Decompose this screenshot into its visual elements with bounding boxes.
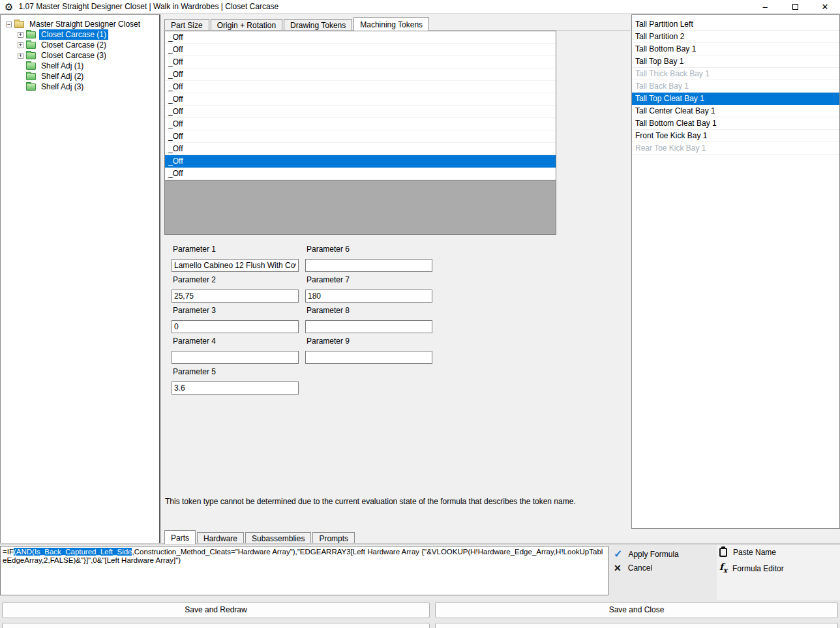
tree-item-root[interactable]: − Master Straight Designer Closet	[1, 19, 159, 29]
close-icon: ✕	[822, 2, 829, 12]
token-tab-strip: Part Size Origin + Rotation Drawing Toke…	[164, 17, 430, 31]
parameter-5-input[interactable]	[172, 381, 299, 395]
partial-button-right[interactable]	[435, 623, 838, 628]
parameter-9-label: Parameter 9	[307, 336, 350, 346]
tree-item-label: Closet Carcase (3)	[39, 50, 108, 61]
folder-icon	[26, 42, 36, 49]
token-row[interactable]: _Off	[165, 168, 556, 180]
formula-prefix: =IF	[3, 548, 14, 556]
bay-list-item-disabled[interactable]: Tall Thick Back Bay 1	[632, 68, 839, 80]
fx-icon: fx	[719, 562, 727, 575]
apply-formula-label: Apply Formula	[628, 550, 678, 559]
apply-formula-button[interactable]: ✓ Apply Formula	[614, 550, 679, 559]
window-controls: – ✕	[750, 0, 840, 13]
tab-machining-tokens[interactable]: Machining Tokens	[353, 17, 429, 31]
parameter-2-input[interactable]	[172, 290, 299, 303]
folder-icon	[26, 31, 36, 38]
tab-hardware[interactable]: Hardware	[197, 532, 244, 544]
maximize-icon	[792, 4, 798, 10]
bay-list-item[interactable]: Tall Center Cleat Bay 1	[632, 105, 839, 117]
parameter-7-input[interactable]	[305, 290, 432, 303]
token-row[interactable]: _Off	[165, 31, 556, 44]
folder-icon	[26, 63, 36, 70]
bay-list-item[interactable]: Tall Partition 2	[632, 31, 839, 43]
expand-icon[interactable]: +	[18, 32, 23, 38]
token-row[interactable]: _Off	[165, 44, 556, 56]
tree-item-shelf-adj-2[interactable]: Shelf Adj (2)	[1, 71, 159, 82]
tab-prompts[interactable]: Prompts	[312, 532, 355, 544]
bay-list-item-selected[interactable]: Tall Top Cleat Bay 1	[632, 93, 839, 105]
token-row-selected[interactable]: _Off	[165, 155, 556, 168]
bay-list-item-disabled[interactable]: Rear Toe Kick Bay 1	[632, 142, 839, 155]
parameter-3-input[interactable]	[172, 320, 299, 333]
parameter-5-label: Parameter 5	[173, 367, 216, 376]
tree-item-label: Shelf Adj (3)	[39, 82, 85, 92]
paste-name-button[interactable]: Paste Name	[719, 548, 776, 557]
assembly-tree-panel: − Master Straight Designer Closet + Clos…	[0, 14, 160, 545]
collapse-icon[interactable]: −	[6, 22, 12, 27]
parameter-2-label: Parameter 2	[173, 275, 216, 284]
bay-list-panel: Tall Partition Left Tall Partition 2 Tal…	[631, 14, 840, 529]
partial-button-left[interactable]	[2, 623, 430, 628]
bay-list-item[interactable]: Tall Bottom Bay 1	[632, 43, 839, 55]
maximize-button[interactable]	[780, 0, 810, 13]
formula-editor-button[interactable]: fx Formula Editor	[719, 562, 784, 575]
bay-list-item[interactable]: Tall Bottom Cleat Bay 1	[632, 117, 839, 130]
token-row[interactable]: _Off	[165, 81, 556, 93]
token-row[interactable]: _Off	[165, 143, 556, 155]
close-button[interactable]: ✕	[810, 0, 840, 13]
folder-icon	[26, 83, 36, 91]
bottom-tab-baseline	[0, 543, 840, 545]
paste-name-label: Paste Name	[733, 548, 776, 557]
token-row[interactable]: _Off	[165, 68, 556, 81]
tree-item-closet-carcase-2[interactable]: + Closet Carcase (2)	[1, 40, 159, 50]
cancel-button[interactable]: ✕ Cancel	[614, 563, 652, 573]
cancel-label: Cancel	[628, 563, 652, 573]
parameter-9-input[interactable]	[305, 351, 432, 364]
parameter-8-label: Parameter 8	[307, 306, 350, 315]
expand-icon[interactable]: +	[18, 42, 23, 48]
token-row[interactable]: _Off	[165, 118, 556, 130]
tab-parts[interactable]: Parts	[164, 530, 196, 544]
token-row[interactable]: _Off	[165, 56, 556, 68]
minimize-button[interactable]: –	[750, 0, 780, 13]
tab-part-size[interactable]: Part Size	[164, 19, 209, 31]
expand-icon[interactable]: +	[18, 53, 23, 59]
clipboard-icon	[719, 548, 727, 557]
parameter-6-label: Parameter 6	[307, 245, 350, 254]
x-icon: ✕	[614, 563, 622, 573]
tree-item-shelf-adj-3[interactable]: Shelf Adj (3)	[1, 82, 159, 92]
machining-token-list: _Off _Off _Off _Off _Off _Off _Off _Off …	[164, 31, 556, 235]
parameter-1-input[interactable]	[172, 259, 299, 272]
formula-input[interactable]: =IF(AND(Is_Back_Captured_Left_Side,Const…	[0, 546, 608, 595]
bay-list-item-disabled[interactable]: Tall Back Bay 1	[632, 80, 839, 93]
tab-drawing-tokens[interactable]: Drawing Tokens	[284, 19, 352, 31]
tree-item-shelf-adj-1[interactable]: Shelf Adj (1)	[1, 61, 159, 71]
app-gear-icon: ⚙	[5, 2, 13, 12]
tab-origin-rotation[interactable]: Origin + Rotation	[211, 19, 282, 31]
parameter-3-label: Parameter 3	[173, 306, 216, 315]
bay-list-item[interactable]: Tall Partition Left	[632, 18, 839, 31]
tab-subassemblies[interactable]: Subassemblies	[245, 532, 311, 544]
folder-icon	[26, 52, 36, 59]
parameter-1-label: Parameter 1	[173, 245, 216, 254]
token-row[interactable]: _Off	[165, 93, 556, 106]
tree-item-closet-carcase-3[interactable]: + Closet Carcase (3)	[1, 50, 159, 61]
tree-item-label: Shelf Adj (1)	[39, 61, 85, 71]
title-bar: ⚙ 1.07 Master Straight Designer Closet |…	[0, 0, 840, 14]
tree-root-label: Master Straight Designer Closet	[27, 19, 142, 29]
tree-item-label: Closet Carcase (1)	[39, 29, 108, 40]
token-row[interactable]: _Off	[165, 106, 556, 118]
tree-item-closet-carcase-1[interactable]: + Closet Carcase (1)	[1, 29, 159, 40]
parameter-4-input[interactable]	[172, 351, 299, 364]
token-type-message: This token type cannot be determined due…	[165, 497, 661, 506]
parameter-6-input[interactable]	[305, 259, 432, 272]
bay-list-item[interactable]: Tall Top Bay 1	[632, 55, 839, 68]
save-and-close-button[interactable]: Save and Close	[435, 602, 838, 618]
parameter-8-input[interactable]	[305, 320, 432, 333]
checkmark-icon: ✓	[614, 550, 622, 559]
save-and-redraw-button[interactable]: Save and Redraw	[2, 602, 430, 618]
parameter-4-label: Parameter 4	[173, 336, 216, 346]
token-row[interactable]: _Off	[165, 130, 556, 143]
bay-list-item[interactable]: Front Toe Kick Bay 1	[632, 130, 839, 142]
